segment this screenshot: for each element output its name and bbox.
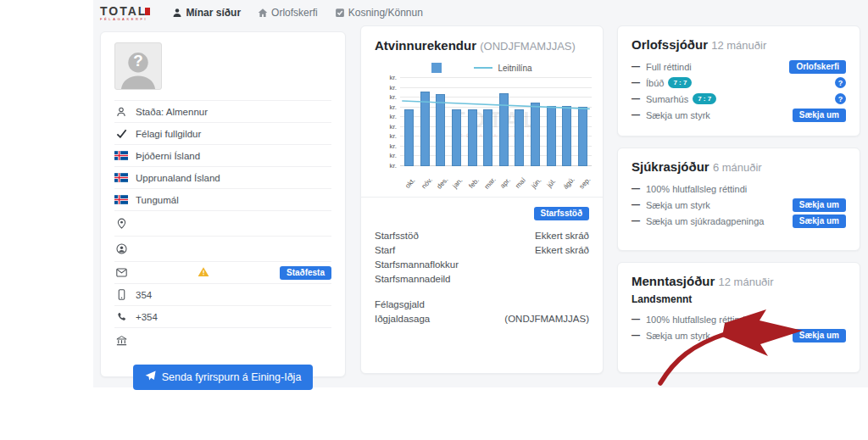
profile-row-upprunaland: Upprunaland Ísland xyxy=(114,166,331,188)
bar-series-legend-swatch xyxy=(431,63,442,73)
y-tick-label: kr. xyxy=(390,163,397,170)
top-navbar: TOTAL FÉLAGAKERFI Mínar síður Orlofskerf… xyxy=(100,3,423,23)
profile-row-location xyxy=(114,210,331,236)
x-tick-label: jan. xyxy=(452,166,461,188)
x-tick-label: apr. xyxy=(499,166,509,188)
dash-icon: — xyxy=(632,216,640,226)
x-tick-label: des. xyxy=(436,166,445,188)
detail-row-starfsstod: Starfsstöð Ekkert skráð xyxy=(375,229,589,243)
x-tick-label: sep. xyxy=(578,166,587,188)
x-tick-label: júl. xyxy=(547,166,556,188)
fund-row-saekja-um-styrk: — Sækja um styrk Sækja um xyxy=(632,107,846,123)
trendline-legend-swatch xyxy=(474,67,492,69)
orlofskerfi-button[interactable]: Orlofskerfi xyxy=(789,60,846,74)
person-icon xyxy=(172,8,182,18)
y-tick-label: kr. xyxy=(390,104,397,111)
bar-chart: TOTALFÉLAGAKERFI kr.kr.kr.kr.kr.kr.kr.kr… xyxy=(400,78,592,188)
menntasjodur-card: Menntasjóður 12 mánuðir Landsmennt — 100… xyxy=(617,262,860,373)
svg-text:?: ? xyxy=(133,52,142,70)
x-tick-label: nóv. xyxy=(420,166,430,188)
dash-icon: — xyxy=(632,331,640,340)
fund-period: 6 mánuðir xyxy=(713,161,762,174)
profile-row-stada: Staða: Almennur xyxy=(114,100,331,122)
employers-card: Atvinnurekendur (ONDJFMAMJJAS) Leitnilín… xyxy=(360,25,604,374)
chart-plot-area: TOTALFÉLAGAKERFI kr.kr.kr.kr.kr.kr.kr.kr… xyxy=(400,78,592,166)
fund-row-full-rettindi: — Full réttindi Orlofskerfi xyxy=(632,58,846,75)
detail-row-starfsmannadeild: Starfsmannadeild xyxy=(375,272,589,287)
x-tick-label: jún. xyxy=(531,166,540,188)
dash-icon: — xyxy=(632,200,640,209)
fund-title: Sjúkrasjóður 6 mánuðir xyxy=(632,159,846,174)
x-tick-label: mar. xyxy=(483,166,492,188)
profile-row-username xyxy=(114,236,331,261)
dash-icon: — xyxy=(632,94,640,103)
nav-item-orlofskerfi[interactable]: Orlofskerfi xyxy=(258,7,318,19)
x-tick-label: feb. xyxy=(468,166,477,188)
dash-icon: — xyxy=(632,315,640,324)
detail-row-starf: Starf Ekkert skráð xyxy=(375,243,589,258)
employers-title: Atvinnurekendur (ONDJFMAMJJAS) xyxy=(375,38,589,53)
nav-item-minar-sidur[interactable]: Mínar síður xyxy=(172,7,241,19)
y-tick-label: kr. xyxy=(390,114,397,120)
fund-row-sumarhus: — Sumarhús7 : 7 ? xyxy=(632,91,846,107)
chart-legend: Leitnilína xyxy=(375,63,589,73)
logo-title: TOTAL xyxy=(100,5,150,17)
saekja-um-button[interactable]: Sækja um xyxy=(793,198,846,212)
person-icon xyxy=(114,107,128,117)
total-logo[interactable]: TOTAL FÉLAGAKERFI xyxy=(100,5,150,21)
profile-row-felagi: Félagi fullgildur xyxy=(114,122,331,144)
starfsstod-button[interactable]: Starfsstöð xyxy=(534,207,589,220)
logo-red-block-icon xyxy=(145,8,150,15)
profile-row-thjodherni: Þjóðerni Ísland xyxy=(114,144,331,166)
profile-row-mobile: 354 xyxy=(114,283,331,305)
trendline xyxy=(400,78,592,166)
saekja-um-button[interactable]: Sækja um xyxy=(793,214,846,228)
fund-row-saekja-um-styrk: — Sækja um styrk Sækja um xyxy=(632,327,846,343)
send-inquiry-button[interactable]: Senda fyrirspurn á Eining-Iðja xyxy=(133,365,314,390)
help-icon[interactable]: ? xyxy=(835,77,846,88)
avatar: ? xyxy=(114,42,162,90)
iceland-flag-icon xyxy=(114,195,128,204)
profile-row-tungumal: Tungumál xyxy=(114,188,331,210)
fund-row-hlutfallsleg-rettindi: — 100% hlutfallsleg réttindi xyxy=(632,311,846,327)
y-tick-label: kr. xyxy=(390,133,397,140)
envelope-icon xyxy=(114,268,128,277)
fund-title: Orlofssjóður 12 mánuðir xyxy=(632,37,846,52)
y-tick-label: kr. xyxy=(390,94,397,101)
check-icon xyxy=(114,129,128,138)
x-tick-label: ágú. xyxy=(562,166,571,188)
check-square-icon xyxy=(335,8,345,18)
x-tick-label: okt. xyxy=(404,166,414,188)
bank-icon xyxy=(114,336,128,346)
stadfesta-button[interactable]: Staðfesta xyxy=(280,266,331,280)
fund-row-ibud: — Íbúð7 : 7 ? xyxy=(632,75,846,91)
fund-period: 12 mánuðir xyxy=(711,39,766,52)
availability-badge: 7 : 7 xyxy=(693,93,716,104)
orlofssjodur-card: Orlofssjóður 12 mánuðir — Full réttindi … xyxy=(617,25,860,136)
y-tick-label: kr. xyxy=(390,85,397,92)
saekja-um-button[interactable]: Sækja um xyxy=(793,329,846,343)
dash-icon: — xyxy=(632,184,640,193)
iceland-flag-icon xyxy=(114,151,128,160)
sjukrasjodur-card: Sjúkrasjóður 6 mánuðir — 100% hlutfallsl… xyxy=(617,148,860,251)
profile-card: ? Staða: Almennur Félagi fullgildur Þjóð… xyxy=(100,31,346,377)
detail-row-idgjaldasaga: Iðgjaldasaga (ONDJFMAMJJAS) xyxy=(375,312,589,326)
warning-icon xyxy=(198,266,209,279)
saekja-um-button[interactable]: Sækja um xyxy=(793,109,846,122)
divider xyxy=(361,197,603,198)
nav-item-kosning-konnun[interactable]: Kosning/Könnun xyxy=(335,7,423,19)
y-tick-label: kr. xyxy=(390,75,397,81)
logo-subtitle: FÉLAGAKERFI xyxy=(100,18,150,21)
help-icon[interactable]: ? xyxy=(835,93,846,104)
detail-row-starfsmannaflokkur: Starfsmannaflokkur xyxy=(375,258,589,272)
y-tick-label: kr. xyxy=(390,153,397,159)
fund-row-saekja-um-styrk: — Sækja um styrk Sækja um xyxy=(632,197,846,213)
profile-row-bank xyxy=(114,327,331,353)
employers-title-suffix: (ONDJFMAMJJAS) xyxy=(480,40,576,53)
fund-period: 12 mánuðir xyxy=(719,276,774,288)
iceland-flag-icon xyxy=(114,173,128,182)
fund-subtitle: Landsmennt xyxy=(632,293,846,305)
y-tick-label: kr. xyxy=(390,124,397,131)
home-icon xyxy=(258,8,268,18)
fund-row-sjukradagpeningar: — Sækja um sjúkradagpeninga Sækja um xyxy=(632,213,846,229)
